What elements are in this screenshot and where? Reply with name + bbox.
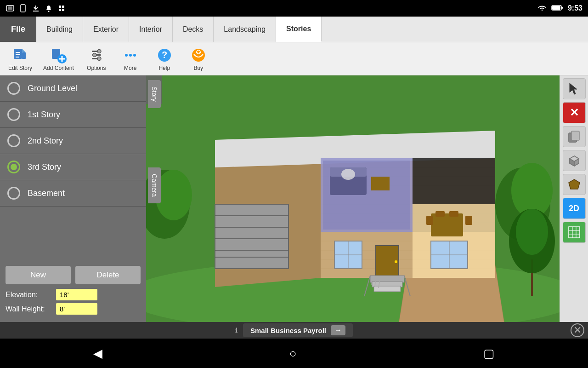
new-button[interactable]: New	[6, 266, 71, 284]
story-item-second[interactable]: 2nd Story	[0, 128, 146, 154]
back-button[interactable]: ◀	[82, 343, 113, 364]
svg-rect-8	[62, 9, 64, 11]
edit-story-label: Edit Story	[8, 65, 32, 71]
svg-point-30	[133, 54, 136, 57]
svg-point-26	[93, 53, 96, 57]
ad-bar: ℹ Small Business Payroll → ✕	[0, 322, 588, 339]
options-icon	[88, 46, 105, 64]
svg-rect-1	[8, 6, 12, 10]
edit-story-icon	[11, 46, 29, 64]
app-icon	[57, 5, 66, 12]
status-icons-right: 9:53	[537, 4, 582, 12]
svg-rect-14	[22, 52, 26, 59]
2d-icon: 2D	[569, 204, 579, 213]
copy-tool-button[interactable]	[563, 126, 586, 147]
edit-story-button[interactable]: Edit Story	[4, 44, 37, 74]
story-item-third[interactable]: 3rd Story	[0, 154, 146, 180]
elevation-input[interactable]	[56, 289, 97, 300]
recent-button[interactable]: ▢	[472, 343, 506, 364]
svg-marker-105	[569, 179, 580, 189]
add-content-button[interactable]: Add Content	[39, 44, 79, 74]
more-button[interactable]: More	[114, 44, 147, 74]
wall-height-row: Wall Height:	[6, 303, 141, 315]
buy-button[interactable]: Buy	[182, 44, 215, 74]
story-radio-basement	[7, 187, 20, 200]
right-toolbar: ✕ 2D	[560, 75, 588, 322]
svg-marker-98	[570, 83, 577, 94]
tab-interior[interactable]: Interior	[129, 17, 173, 42]
cube-tool-button[interactable]	[563, 150, 586, 171]
story-label-ground: Ground Level	[28, 84, 77, 93]
grid-view-button[interactable]	[563, 222, 586, 243]
tab-landscaping[interactable]: Landscaping	[214, 17, 276, 42]
svg-rect-7	[59, 9, 61, 11]
shape-tool-button[interactable]	[563, 174, 586, 195]
ad-text: Small Business Payroll	[250, 327, 326, 334]
options-button[interactable]: Options	[80, 44, 113, 74]
help-label: Help	[158, 65, 170, 71]
time-display: 9:53	[568, 4, 582, 12]
svg-rect-83	[374, 286, 401, 292]
camera-vtab[interactable]: Camera	[148, 167, 161, 203]
notification-icon	[44, 5, 53, 12]
story-item-first[interactable]: 1st Story	[0, 102, 146, 128]
story-vtab[interactable]: Story	[148, 80, 161, 108]
delete-button[interactable]: Delete	[75, 266, 141, 284]
help-button[interactable]: ? Help	[148, 44, 181, 74]
delete-icon: ✕	[570, 106, 579, 119]
story-radio-third	[7, 161, 20, 173]
status-icons-left	[6, 5, 66, 12]
svg-point-97	[516, 209, 548, 255]
svg-point-27	[97, 57, 101, 60]
tab-file[interactable]: File	[0, 17, 36, 42]
story-radio-ground	[7, 82, 20, 95]
story-label-basement: Basement	[28, 189, 65, 198]
svg-rect-10	[561, 7, 563, 9]
tab-building[interactable]: Building	[36, 17, 83, 42]
ad-close-button[interactable]: ✕	[571, 323, 584, 337]
svg-marker-13	[22, 49, 26, 52]
download-icon	[31, 5, 40, 12]
home-button[interactable]: ○	[278, 343, 308, 364]
tab-exterior[interactable]: Exterior	[83, 17, 129, 42]
battery-icon	[551, 5, 563, 12]
bottom-nav: ◀ ○ ▢	[0, 339, 588, 368]
elevation-row: Elevation:	[6, 289, 141, 300]
shape-icon	[568, 178, 581, 191]
story-item-basement[interactable]: Basement	[0, 180, 146, 207]
svg-point-80	[395, 260, 397, 263]
action-buttons-row: New Delete	[6, 266, 141, 284]
tab-bar: File Building Exterior Interior Decks La…	[0, 17, 588, 42]
wall-height-label: Wall Height:	[6, 305, 56, 313]
svg-rect-5	[59, 6, 61, 8]
house-3d-view	[146, 75, 560, 322]
add-content-icon	[50, 46, 67, 64]
delete-tool-button[interactable]: ✕	[563, 102, 586, 123]
svg-rect-11	[552, 6, 560, 10]
ad-arrow-button[interactable]: →	[331, 325, 345, 335]
camera-tab-container: Camera	[148, 167, 161, 204]
grid-icon	[568, 226, 581, 239]
tab-decks[interactable]: Decks	[173, 17, 214, 42]
svg-rect-2	[21, 5, 25, 12]
svg-rect-6	[62, 6, 64, 8]
main-area: << >> Ground Level 1st Story 2nd Story 3…	[0, 75, 588, 322]
bottom-controls: New Delete Elevation: Wall Height:	[0, 261, 146, 322]
ad-content: Small Business Payroll →	[243, 323, 353, 337]
story-radio-first	[7, 108, 20, 121]
2d-view-button[interactable]: 2D	[563, 198, 586, 219]
cursor-icon	[568, 82, 581, 95]
cursor-tool-button[interactable]	[563, 78, 586, 99]
left-panel: << >> Ground Level 1st Story 2nd Story 3…	[0, 75, 146, 322]
elevation-label: Elevation:	[6, 291, 56, 299]
status-bar: 9:53	[0, 0, 588, 17]
story-item-ground[interactable]: Ground Level	[0, 75, 146, 102]
svg-point-29	[129, 54, 132, 57]
svg-text:?: ?	[162, 50, 167, 60]
wifi-icon	[537, 5, 547, 12]
tab-stories[interactable]: Stories	[276, 17, 322, 42]
buy-label: Buy	[193, 65, 203, 71]
svg-rect-70	[465, 216, 472, 225]
viewport[interactable]	[146, 75, 560, 322]
wall-height-input[interactable]	[56, 303, 97, 315]
